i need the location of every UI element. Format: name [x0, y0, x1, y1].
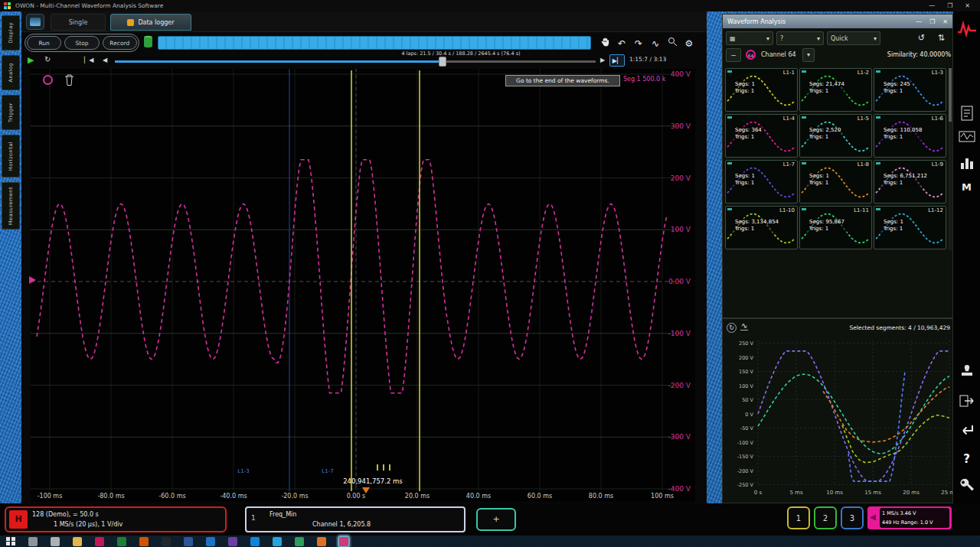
undo-icon[interactable]: ↶	[615, 37, 629, 50]
panel-close-icon[interactable]: ✕	[942, 18, 948, 25]
layout-dropdown[interactable]: ▦ ▾	[726, 31, 773, 45]
refresh-icon[interactable]: ↺	[918, 33, 925, 43]
skip-start-icon[interactable]: ▏◀	[84, 57, 93, 63]
histogram-icon[interactable]	[959, 155, 975, 174]
gear-icon[interactable]: ⚙	[682, 37, 696, 50]
channel-badge-main[interactable]: H 128 (Demo), = 50.0 s 1 MS/s (20 µs), 1…	[5, 506, 227, 532]
trash-icon[interactable]	[64, 73, 74, 90]
taskbar-icon-search[interactable]	[28, 537, 38, 546]
preview-loop-icon[interactable]: ↻	[727, 323, 737, 333]
panel-scrollbar-thumb[interactable]	[949, 68, 952, 122]
taskbar-icon-terminal[interactable]	[162, 537, 171, 546]
channel-button-2[interactable]: 2	[814, 506, 837, 529]
channel-select-label[interactable]: Channel 64	[761, 51, 796, 58]
waveform-thumbnail-grid: L1-1Segs: 1Trigs: 1L1-2Segs: 21,474Trigs…	[725, 68, 949, 249]
waveform-thumbnail-l1-1[interactable]: L1-1Segs: 1Trigs: 1	[725, 68, 798, 112]
active-channel-line2: 449 Hz Range: 1.0 V	[882, 518, 947, 527]
return-icon[interactable]	[958, 422, 976, 443]
zoom-icon[interactable]	[665, 37, 679, 50]
taskbar-icon-start[interactable]	[6, 537, 15, 546]
channel-button-1[interactable]: 1	[787, 506, 810, 529]
taskbar-icon-task-view[interactable]	[51, 537, 60, 546]
taskbar-icon-app-pink[interactable]	[95, 537, 104, 546]
report-icon[interactable]	[959, 105, 975, 125]
taskbar-icon-file-explorer[interactable]	[73, 537, 82, 546]
taskbar-icon-firefox[interactable]	[317, 537, 326, 546]
sidebar-tab-measurement[interactable]: Measurement	[2, 182, 20, 230]
export-icon[interactable]	[959, 392, 975, 412]
segment-preview-canvas[interactable]: 250 V200 V150 V100 V50 V0 V-50 V-100 V-1…	[724, 337, 952, 500]
waveform-thumbnail-l1-10[interactable]: L1-10Segs: 3,134,854Trigs: 1	[725, 206, 798, 249]
taskbar-icon-excel[interactable]	[117, 537, 126, 546]
waveform-thumbnail-l1-8[interactable]: L1-8Segs: 1Trigs: 1	[799, 160, 872, 203]
measure-m-icon[interactable]: M	[962, 181, 972, 193]
step-forward-icon[interactable]: ▶	[600, 57, 605, 63]
channel-button-3[interactable]: 3	[841, 506, 864, 529]
thumbnail-id: L1-12	[928, 207, 943, 213]
waveform-thumbnail-l1-11[interactable]: L1-11Segs: 95,867Trigs: 1	[799, 206, 872, 249]
waveform-thumbnail-l1-7[interactable]: L1-7Segs: 1Trigs: 1	[725, 160, 798, 203]
stamp-icon[interactable]	[959, 363, 975, 382]
redo-icon[interactable]: ↷	[632, 37, 645, 50]
scope-view-button[interactable]	[26, 14, 44, 30]
waveform-thumbnail-l1-4[interactable]: L1-4Segs: 364Trigs: 1	[725, 114, 798, 158]
loop-icon[interactable]: ↻	[44, 55, 51, 63]
filter-dropdown[interactable]: ? ▾	[776, 31, 824, 45]
record-indicator-icon[interactable]	[43, 75, 53, 85]
step-back-icon[interactable]: ◀	[103, 57, 107, 63]
stop-button[interactable]: Stop	[64, 36, 99, 50]
run-button[interactable]: Run	[27, 36, 61, 50]
sort-icon[interactable]: ⇅	[938, 33, 945, 43]
channel-caret[interactable]: ▾	[802, 48, 815, 62]
waveform-thumbnail-l1-2[interactable]: L1-2Segs: 21,474Trigs: 1	[799, 68, 872, 112]
ground-level-marker[interactable]	[29, 276, 36, 284]
waveform-plot[interactable]: 400 V300 V200 V100 V0.00 V-100 V-200 V-3…	[31, 69, 695, 502]
waveform-measure-icon[interactable]: ∿	[648, 37, 662, 50]
play-icon[interactable]: ▶	[28, 55, 34, 65]
sidebar-tab-display[interactable]: Display	[2, 15, 20, 50]
collapse-button[interactable]: −	[726, 48, 741, 62]
waveform-thumbnail-l1-12[interactable]: L1-12Segs: 1Trigs: 1	[874, 206, 946, 249]
help-icon[interactable]: ?	[963, 452, 970, 466]
record-button[interactable]: Record	[103, 36, 137, 50]
panel-minimize-icon[interactable]: —	[916, 18, 922, 25]
minimize-icon[interactable]: —	[929, 2, 935, 9]
sidebar-tab-trigger[interactable]: Trigger	[2, 95, 20, 130]
sidebar-tab-analog[interactable]: Analog	[2, 55, 20, 90]
panel-titlebar[interactable]: Waveform Analysis — ❐ ✕	[723, 15, 952, 28]
taskbar-icon-edge[interactable]	[250, 537, 260, 546]
panel-float-icon[interactable]: ❐	[929, 18, 935, 25]
tab-single[interactable]: Single	[51, 14, 106, 31]
svg-text:15 ms: 15 ms	[864, 490, 881, 496]
playback-slider-thumb[interactable]	[439, 57, 446, 67]
tab-data-logger[interactable]: Data logger	[110, 14, 191, 31]
active-channel-badge[interactable]: ◀ 1 MS/s 3.46 V 449 Hz Range: 1.0 V	[867, 506, 952, 529]
waveform-thumbnail-l1-5[interactable]: L1-5Segs: 2,520Trigs: 1	[799, 114, 872, 158]
waveform-view-icon[interactable]	[959, 129, 975, 148]
skip-end-button[interactable]: ▶▏	[609, 54, 625, 67]
wrench-icon[interactable]	[959, 477, 975, 498]
waveform-thumbnail-l1-6[interactable]: L1-6Segs: 110,058Trigs: 1	[874, 114, 946, 158]
taskbar-icon-skype[interactable]	[273, 537, 282, 546]
taskbar-icon-word[interactable]	[184, 537, 193, 546]
preview-wave-icon[interactable]: ∿	[740, 321, 748, 330]
panel-scrollbar[interactable]	[949, 68, 952, 250]
svg-text:-150 V: -150 V	[737, 454, 754, 460]
hand-pan-icon[interactable]	[598, 37, 612, 50]
quick-dropdown[interactable]: Quick ▾	[827, 31, 880, 45]
add-measurement-button[interactable]: +	[476, 508, 516, 531]
taskbar-icon-globe[interactable]	[295, 537, 304, 546]
collapse-arrow-icon[interactable]: ◀	[870, 513, 876, 521]
taskbar-icon-outlook[interactable]	[206, 537, 215, 546]
taskbar-icon-onenote[interactable]	[228, 537, 237, 546]
record-progress-bar[interactable]	[158, 36, 591, 50]
maximize-icon[interactable]: ❐	[947, 2, 952, 9]
close-icon[interactable]: ✕	[965, 2, 970, 9]
taskbar-icon-scope-app[interactable]	[339, 537, 348, 546]
thumbnail-id: L1-9	[932, 161, 943, 168]
waveform-thumbnail-l1-3[interactable]: L1-3Segs: 245Trigs: 1	[874, 68, 946, 112]
sidebar-tab-horizontal[interactable]: Horizontal	[2, 135, 20, 177]
taskbar-icon-powerpoint[interactable]	[139, 537, 149, 546]
waveform-thumbnail-l1-9[interactable]: L1-9Segs: 6,751,212Trigs: 1	[874, 160, 946, 203]
measurement-badge[interactable]: 1 Freq_Min Channel 1, 6,205.8	[245, 506, 466, 532]
